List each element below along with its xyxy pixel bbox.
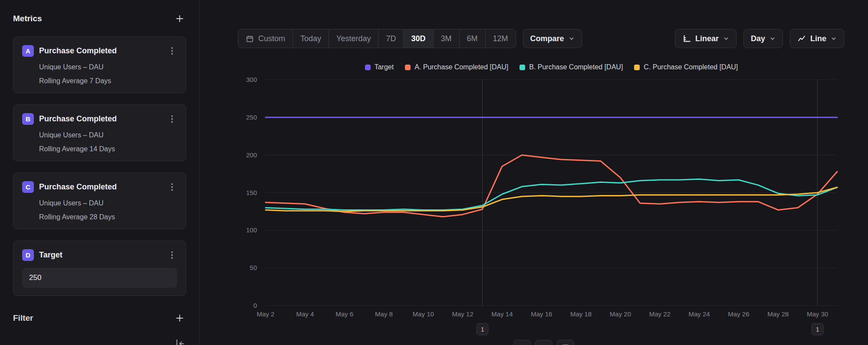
- metric-measurement: Unique Users – DAU: [39, 199, 177, 207]
- date-range-label: 12M: [493, 34, 508, 43]
- date-range-label: 6M: [467, 34, 478, 43]
- metrics-title: Metrics: [13, 14, 42, 23]
- x-tick-label: May 6: [335, 310, 353, 318]
- metric-rolling-average: Rolling Average 28 Days: [39, 213, 177, 221]
- add-filter-button[interactable]: [173, 312, 186, 325]
- x-tick-label: May 10: [413, 310, 434, 318]
- metrics-sidebar: Metrics APurchase CompletedUnique Users …: [0, 0, 200, 345]
- target-card-title: Target: [39, 251, 161, 260]
- target-card[interactable]: D Target: [13, 241, 186, 296]
- y-tick-label: 300: [246, 76, 257, 83]
- target-card-header: D Target: [22, 249, 177, 261]
- metric-rolling-average: Rolling Average 7 Days: [39, 77, 177, 85]
- y-tick-label: 50: [250, 264, 257, 271]
- metric-letter-badge: B: [22, 113, 34, 125]
- line-view-toggle-button[interactable]: [513, 340, 531, 345]
- metric-options-button[interactable]: [167, 113, 177, 124]
- date-range-7d[interactable]: 7D: [378, 29, 403, 48]
- date-range-yesterday[interactable]: Yesterday: [329, 29, 378, 48]
- target-value-input[interactable]: [22, 268, 177, 288]
- calendar-icon: [246, 35, 254, 43]
- target-options-button[interactable]: [167, 249, 177, 260]
- toolbar-right-group: Linear Day Line: [675, 29, 844, 48]
- collapse-sidebar-icon: [174, 338, 185, 345]
- plus-icon: [175, 14, 184, 23]
- metric-card-a[interactable]: APurchase CompletedUnique Users – DAURol…: [13, 36, 186, 93]
- date-range-6m[interactable]: 6M: [459, 29, 485, 48]
- metric-letter-badge-d: D: [22, 249, 34, 261]
- report-toolbar: CustomTodayYesterday7D30D3M6M12M Compare…: [238, 29, 844, 49]
- metric-options-button[interactable]: [167, 45, 177, 56]
- metric-letter-badge: C: [22, 181, 34, 193]
- metric-options-button[interactable]: [167, 181, 177, 192]
- compare-label: Compare: [530, 34, 564, 43]
- x-tick-label: May 4: [296, 310, 314, 318]
- y-tick-label: 0: [253, 302, 257, 309]
- date-range-12m[interactable]: 12M: [485, 29, 516, 48]
- granularity-label: Day: [751, 34, 765, 43]
- linear-axis-icon: [682, 34, 691, 43]
- y-tick-label: 250: [246, 114, 257, 121]
- metric-card-c[interactable]: CPurchase CompletedUnique Users – DAURol…: [13, 172, 186, 229]
- kebab-menu-icon: [171, 115, 173, 123]
- chart-type-select-button[interactable]: Line: [790, 29, 844, 48]
- x-tick-label: May 16: [531, 310, 552, 318]
- add-metric-button[interactable]: [173, 12, 186, 25]
- date-range-label: Custom: [258, 34, 285, 43]
- filter-title: Filter: [13, 313, 33, 323]
- filter-section-header: Filter: [13, 312, 186, 325]
- chart-view-toggles: [513, 340, 574, 345]
- date-range-custom[interactable]: Custom: [238, 29, 293, 48]
- metric-card-list: APurchase CompletedUnique Users – DAURol…: [13, 36, 186, 229]
- sidebar-header: Metrics: [13, 12, 186, 25]
- kebab-menu-icon: [171, 251, 173, 259]
- chart-canvas[interactable]: 050100150200250300May 2May 4May 6May 8Ma…: [200, 56, 868, 345]
- x-tick-label: May 22: [649, 310, 671, 318]
- granularity-select-button[interactable]: Day: [743, 29, 783, 48]
- date-range-label: 7D: [386, 34, 396, 43]
- x-tick-label: May 8: [375, 310, 393, 318]
- x-tick-label: May 2: [257, 310, 275, 318]
- metric-measurement: Unique Users – DAU: [39, 63, 177, 71]
- chevron-down-icon: [831, 36, 837, 42]
- toolbar-left-group: CustomTodayYesterday7D30D3M6M12M Compare: [238, 29, 582, 48]
- metric-card-header: APurchase Completed: [22, 45, 177, 57]
- kebab-menu-icon: [171, 183, 173, 191]
- y-tick-label: 100: [246, 226, 257, 234]
- x-tick-label: May 24: [689, 310, 710, 318]
- x-tick-label: May 12: [452, 310, 473, 318]
- scale-label: Linear: [695, 34, 719, 43]
- date-range-segmented-control: CustomTodayYesterday7D30D3M6M12M: [238, 29, 516, 48]
- table-view-toggle-button[interactable]: [557, 340, 574, 345]
- bar-view-toggle-button[interactable]: [535, 340, 552, 345]
- x-tick-label: May 28: [767, 310, 789, 318]
- collapse-sidebar-button[interactable]: [173, 338, 186, 345]
- plus-icon: [175, 313, 184, 323]
- date-range-30d[interactable]: 30D: [403, 29, 433, 48]
- chart-type-label: Line: [810, 34, 826, 43]
- metric-card-b[interactable]: BPurchase CompletedUnique Users – DAURol…: [13, 104, 186, 161]
- metric-measurement: Unique Users – DAU: [39, 131, 177, 139]
- date-range-label: 3M: [441, 34, 452, 43]
- y-tick-label: 200: [246, 151, 257, 159]
- annotation-badge-label: 1: [816, 326, 819, 333]
- metric-rolling-average: Rolling Average 14 Days: [39, 145, 177, 153]
- y-tick-label: 150: [246, 189, 257, 196]
- date-range-label: 30D: [411, 34, 425, 43]
- metric-title: Purchase Completed: [39, 114, 161, 124]
- metric-title: Purchase Completed: [39, 46, 161, 55]
- date-range-3m[interactable]: 3M: [433, 29, 459, 48]
- x-tick-label: May 26: [728, 310, 749, 318]
- metric-card-header: CPurchase Completed: [22, 181, 177, 193]
- x-tick-label: May 14: [491, 310, 513, 318]
- compare-button[interactable]: Compare: [523, 29, 582, 48]
- scale-select-button[interactable]: Linear: [675, 29, 736, 48]
- series-line-1: [266, 155, 837, 217]
- metric-title: Purchase Completed: [39, 182, 161, 192]
- chevron-down-icon: [569, 36, 575, 42]
- analytics-app: Metrics APurchase CompletedUnique Users …: [0, 0, 868, 345]
- chevron-down-icon: [723, 36, 729, 42]
- date-range-today[interactable]: Today: [293, 29, 329, 48]
- annotation-badge-label: 1: [481, 326, 484, 333]
- metric-letter-badge: A: [22, 45, 34, 57]
